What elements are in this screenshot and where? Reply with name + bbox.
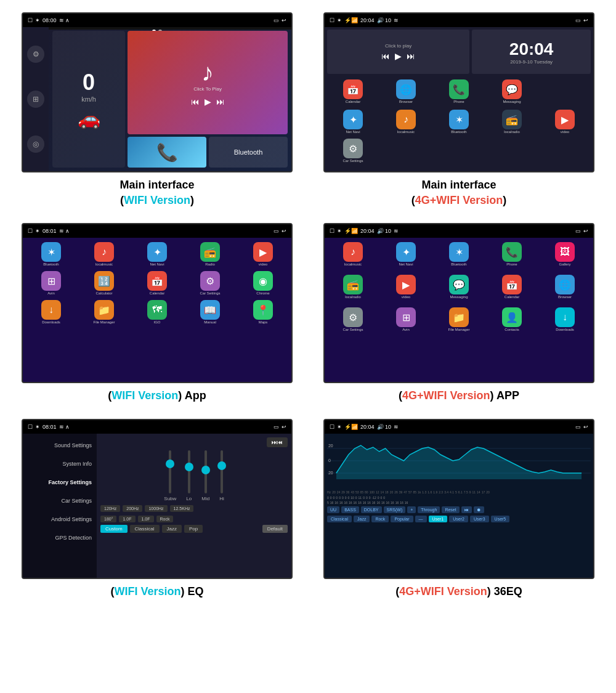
apps-icon[interactable]: ⊞ (27, 91, 44, 108)
next-icon[interactable]: ⏭ (216, 97, 225, 107)
pb-user2[interactable]: User2 (449, 516, 468, 522)
app-fm-3[interactable]: 📁File Manager (78, 298, 130, 326)
app-phone[interactable]: 📞 Phone (433, 78, 485, 105)
freq-10f2[interactable]: 1.0F (138, 516, 154, 522)
prev-2[interactable]: ⏮ (381, 51, 390, 61)
eq-bass-btn[interactable]: BASS (341, 506, 359, 513)
fm-icon-3: 📁 (94, 300, 114, 320)
eq-through-btn[interactable]: Through (418, 506, 440, 513)
preset-jazz[interactable]: Jazz (162, 525, 182, 533)
app-bt[interactable]: ✶ Bluetooth (433, 108, 485, 136)
app-cs-4[interactable]: ⚙Car Settings (327, 306, 379, 333)
menu-car[interactable]: Car Settings (23, 492, 97, 510)
nav-icon[interactable]: ◎ (27, 136, 44, 153)
app-carsettings[interactable]: ⚙ Car Settings (327, 137, 379, 164)
app-video-3[interactable]: ▶video (237, 240, 289, 268)
pb-user5[interactable]: User5 (491, 516, 510, 522)
app-bt-4[interactable]: ✶Bluetooth (433, 240, 485, 268)
pb-user1[interactable]: User1 (429, 516, 448, 522)
app-dl-3[interactable]: ↓Downloads (25, 298, 77, 326)
menu-system[interactable]: System Info (23, 455, 97, 473)
freq-120hz[interactable]: 120Hz (100, 505, 120, 512)
car-icon: 🚗 (78, 108, 100, 129)
app-calendar[interactable]: 📅 Calendar (327, 78, 379, 105)
app-phone-4[interactable]: 📞Phone (486, 240, 538, 268)
slider-hi[interactable]: Hi (219, 450, 224, 501)
freq-12khz[interactable]: 12.5KHz (170, 505, 194, 512)
app-localradio[interactable]: 📻 localradio (486, 108, 538, 136)
freq-10f[interactable]: 1.0F (119, 516, 135, 522)
app-netnavi-3[interactable]: ✦Net Navi (131, 240, 183, 268)
music-controls[interactable]: ⏮ ▶ ⏭ (191, 97, 225, 107)
app-cal-3[interactable]: 📅Calendar (131, 269, 183, 297)
slider-lo[interactable]: Lo (186, 450, 192, 501)
app-avin-4[interactable]: ⊞Avin (380, 306, 432, 333)
app-localmusic-3[interactable]: ♪localmusic (78, 240, 130, 268)
bluetooth-widget[interactable]: Bluetooth (209, 137, 288, 168)
freq-rock[interactable]: Rock (156, 516, 174, 522)
eq-dolby-btn[interactable]: DOLBY (361, 506, 382, 513)
app-manual-3[interactable]: 📖Manual (184, 298, 236, 326)
app-nn-4[interactable]: ✦Net Navi (380, 240, 432, 268)
pb-jazz[interactable]: Jazz (354, 516, 370, 522)
preset-custom[interactable]: Custom (100, 525, 128, 533)
app-contacts-4[interactable]: 👤Contacts (486, 306, 538, 333)
default-btn[interactable]: Default (262, 525, 288, 533)
phone-widget[interactable]: 📞 (128, 137, 206, 168)
media-widget[interactable]: Click to play ⏮ ▶ ⏭ (327, 30, 469, 74)
pb-rock[interactable]: Rock (371, 516, 389, 522)
app-netnavi[interactable]: ✦ Net Navi (327, 108, 379, 136)
next-2[interactable]: ⏭ (407, 51, 415, 61)
settings-icon[interactable]: ⚙ (27, 46, 44, 63)
app-maps-3[interactable]: 📍Maps (237, 298, 289, 326)
play-controls-2[interactable]: ⏮ ▶ ⏭ (381, 51, 415, 61)
music-widget[interactable]: ♪ Click To Play ⏮ ▶ ⏭ (128, 31, 288, 134)
pb-minus[interactable]: — (415, 516, 427, 522)
app-browser-4[interactable]: 🌐Browser (539, 273, 591, 301)
eq-toggle-btn[interactable]: ⏭⏮ (267, 437, 288, 447)
app-cs-3[interactable]: ⚙Car Settings (184, 269, 236, 297)
freq-1khz[interactable]: 1000Hz (145, 505, 167, 512)
app-bt-3[interactable]: ✶Bluetooth (25, 240, 77, 268)
eq-rec-btn[interactable]: ⏺ (474, 506, 484, 513)
slider-mid[interactable]: Mid (201, 450, 209, 501)
app-calc-3[interactable]: 🔢Calculator (78, 269, 130, 297)
app-cal-4[interactable]: 📅Calendar (486, 273, 538, 301)
app-avin-3[interactable]: ⊞Avin (25, 269, 77, 297)
app-chrome-3[interactable]: ◉Chrome (237, 269, 289, 297)
app-msg-4[interactable]: 💬Messaging (433, 273, 485, 301)
play-icon[interactable]: ▶ (205, 97, 211, 107)
slider-subw[interactable]: Subw (164, 450, 176, 501)
app-lm-4[interactable]: ♪localmusic (327, 240, 379, 268)
app-gallery-4[interactable]: 🖼Gallery (539, 240, 591, 268)
preset-classical[interactable]: Classical (130, 525, 160, 533)
app-localmusic[interactable]: ♪ localmusic (380, 108, 432, 136)
freq-200hz[interactable]: 200Hz (123, 505, 142, 512)
app-video[interactable]: ▶ video (539, 108, 591, 136)
app-vid-4[interactable]: ▶video (380, 273, 432, 301)
app-messaging[interactable]: 💬 Messaging (486, 78, 538, 105)
preset-pop[interactable]: Pop (184, 525, 203, 533)
menu-sound[interactable]: Sound Settings (23, 436, 97, 455)
menu-gps[interactable]: GPS Detection (23, 529, 97, 547)
app-lr-4[interactable]: 📻localradio (327, 273, 379, 301)
eq-srs-btn[interactable]: SRS(W) (384, 506, 406, 513)
prev-icon[interactable]: ⏮ (191, 97, 200, 107)
menu-android[interactable]: Android Settings (23, 510, 97, 529)
eq-fwd-btn[interactable]: ⏭ (461, 506, 472, 513)
app-radio-3[interactable]: 📻Radio (184, 240, 236, 268)
pb-classical[interactable]: Classical (327, 516, 352, 522)
app-igo-3[interactable]: 🗺IGO (131, 298, 183, 326)
freq-180[interactable]: 180° (100, 516, 116, 522)
play-2[interactable]: ▶ (395, 51, 402, 61)
eq-uu-btn[interactable]: UU (327, 506, 339, 513)
browser-label: Browser (399, 100, 413, 103)
eq-plus-btn[interactable]: + (407, 506, 416, 513)
pb-user3[interactable]: User3 (470, 516, 489, 522)
pb-popular[interactable]: Popular (391, 516, 413, 522)
app-browser[interactable]: 🌐 Browser (380, 78, 432, 105)
app-fm-4[interactable]: 📁File Manager (433, 306, 485, 333)
app-dl-4[interactable]: ↓Downloads (539, 306, 591, 333)
eq-reset-btn[interactable]: Reset (442, 506, 459, 513)
menu-factory[interactable]: Factory Settings (23, 473, 97, 492)
